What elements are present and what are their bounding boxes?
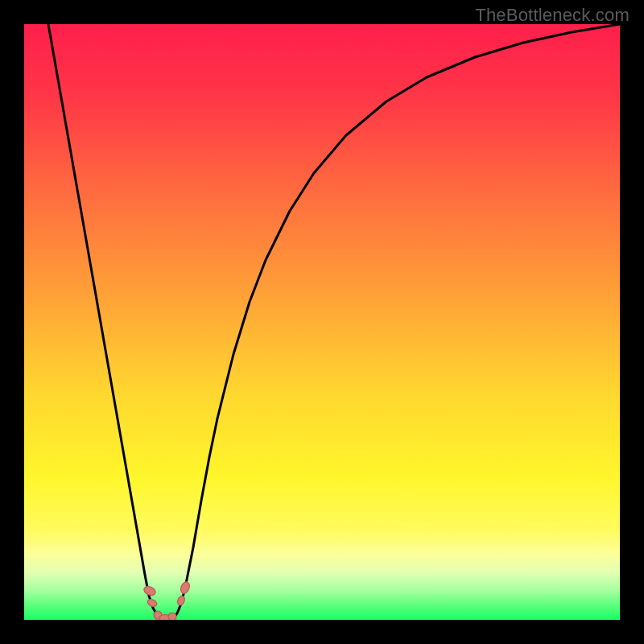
plot-area (24, 24, 620, 620)
bottleneck-curve (24, 24, 620, 620)
curve-marker (176, 595, 186, 606)
curve-marker (180, 580, 192, 595)
curve-marker (147, 598, 158, 608)
outer-frame: TheBottleneck.com (0, 0, 644, 644)
curve-marker (142, 584, 157, 597)
curve-marker (168, 613, 176, 620)
watermark-text: TheBottleneck.com (475, 5, 630, 26)
